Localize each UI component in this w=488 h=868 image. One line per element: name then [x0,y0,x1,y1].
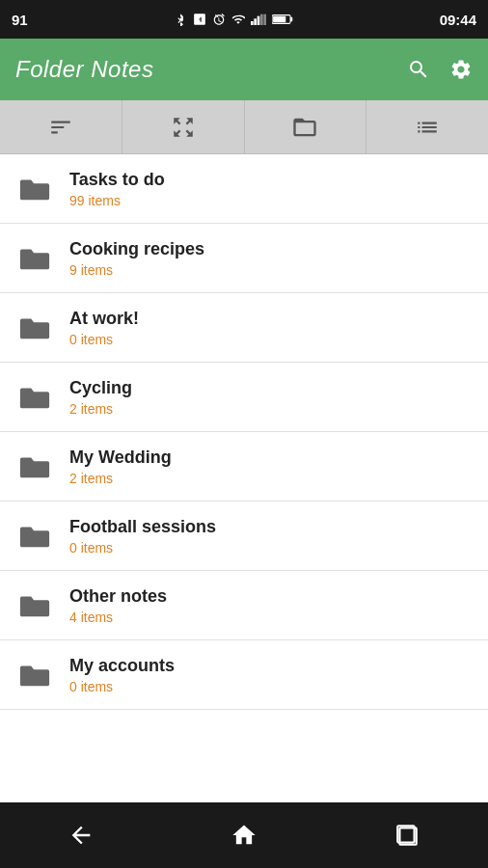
folder-item[interactable]: Cycling 2 items [0,363,488,432]
app-bar-actions [407,58,473,81]
folder-icon-wrap [15,239,54,278]
search-button[interactable] [407,58,430,81]
folder-count: 2 items [69,401,132,417]
folder-name: My Wedding [69,447,172,469]
folder-count: 0 items [69,679,175,694]
folder-count: 9 items [69,262,204,278]
folder-item[interactable]: Football sessions 0 items [0,502,488,571]
svg-rect-0 [251,21,254,25]
svg-rect-6 [273,16,285,23]
folder-info: My accounts 0 items [69,655,175,694]
status-icons [174,13,293,26]
back-icon [68,822,95,849]
folder-count: 99 items [69,193,165,208]
folder-item[interactable]: Cooking recipes 9 items [0,224,488,293]
signal-strength: 91 [12,12,28,28]
folder-icon-wrap [15,517,54,556]
expand-icon [171,115,196,140]
folder-name: Cooking recipes [69,238,204,260]
toolbar [0,100,488,154]
folder-name: Tasks to do [69,169,165,191]
folder-icon [18,384,51,411]
folder-info: Football sessions 0 items [69,516,216,556]
folder-name: Cycling [69,377,132,399]
settings-button[interactable] [449,58,473,81]
folder-icon [18,453,51,480]
back-button[interactable] [52,806,110,864]
folder-info: At work! 0 items [69,308,139,347]
svg-rect-7 [290,17,292,21]
svg-rect-3 [260,14,263,25]
expand-button[interactable] [122,100,245,153]
folder-name: Other notes [69,585,167,608]
folder-icon-wrap [15,170,54,208]
folder-icon [18,592,51,619]
sort-button[interactable] [0,100,122,153]
folder-item[interactable]: Tasks to do 99 items [0,154,488,224]
folder-name: At work! [69,308,139,330]
folder-info: Other notes 4 items [69,585,167,625]
folder-item[interactable]: My Wedding 2 items [0,432,488,502]
folder-count: 0 items [69,540,216,556]
folder-item[interactable]: Other notes 4 items [0,571,488,640]
folder-icon [18,523,51,550]
folder-info: Cooking recipes 9 items [69,238,204,278]
folder-icon-wrap [15,656,54,694]
folder-icon-wrap [15,378,54,417]
home-button[interactable] [215,806,273,864]
status-time: 09:44 [440,12,476,28]
folder-icon-wrap [15,309,54,347]
list-icon [415,115,440,140]
folder-list: Tasks to do 99 items Cooking recipes 9 i… [0,154,488,802]
folder-icon [18,314,51,341]
list-view-button[interactable] [366,100,488,153]
folder-info: Cycling 2 items [69,377,132,417]
home-icon [230,822,258,849]
battery-icon [272,13,293,26]
folder-icon [18,245,51,272]
folder-icon [18,176,51,203]
folder-count: 2 items [69,471,172,486]
app-title: Folder Notes [15,56,153,83]
folder-info: My Wedding 2 items [69,447,172,486]
folder-icon-wrap [15,448,54,486]
bluetooth-icon [174,13,187,26]
recent-apps-button[interactable] [378,806,436,864]
bottom-nav [0,802,488,868]
gear-icon [449,58,473,81]
nfc-icon [193,13,206,26]
search-icon [407,58,430,81]
status-bar: 91 09:44 [0,0,488,39]
folder-name: Football sessions [69,516,216,538]
folder-count: 0 items [69,332,139,347]
folder-item[interactable]: At work! 0 items [0,293,488,363]
wifi-icon [231,13,245,26]
folder-info: Tasks to do 99 items [69,169,165,208]
folder-open-button[interactable] [245,100,367,153]
folder-open-icon [291,114,318,141]
folder-item[interactable]: My accounts 0 items [0,640,488,710]
svg-rect-2 [258,16,260,25]
folder-count: 4 items [69,610,167,625]
svg-rect-4 [263,14,266,25]
recent-icon [394,823,420,848]
signal-bars-icon [251,13,266,26]
svg-rect-1 [254,18,257,25]
app-bar: Folder Notes [0,39,488,100]
folder-name: My accounts [69,655,175,677]
alarm-icon [212,13,226,26]
folder-icon-wrap [15,586,54,625]
sort-icon [48,115,73,140]
folder-icon [18,662,51,689]
